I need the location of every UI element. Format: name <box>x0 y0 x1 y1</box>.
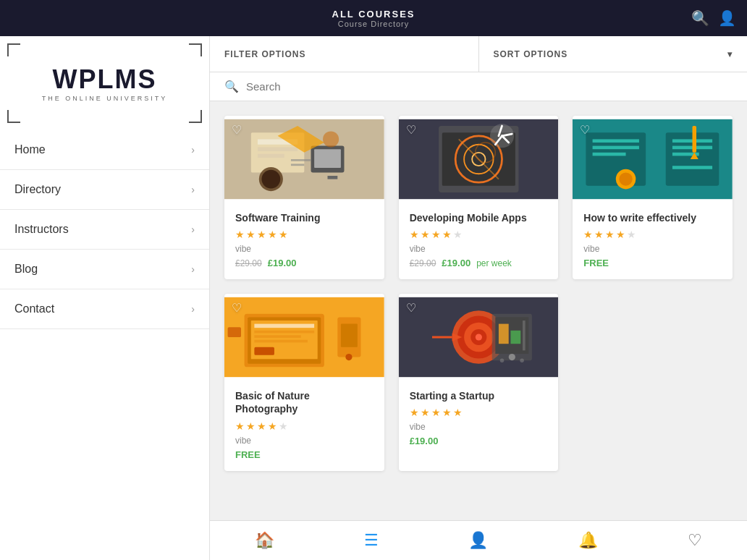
nav-arrow-icon: › <box>191 184 195 195</box>
nav-label: Instructors <box>14 223 69 236</box>
course-card[interactable]: ♡ How to write effectively ★★★★★ vibe FR… <box>573 116 733 279</box>
content-area: FILTER OPTIONS SORT OPTIONS ▾ 🔍 <box>210 36 747 560</box>
star-rating: ★★★★★ <box>410 229 548 240</box>
star-filled: ★ <box>431 229 441 240</box>
heart-icon[interactable]: ♡ <box>232 301 242 315</box>
nav-item-contact[interactable]: Contact› <box>0 289 209 329</box>
bottom-nav-bell[interactable]: 🔔 <box>578 531 598 550</box>
search-input[interactable] <box>246 80 733 93</box>
logo-area: WPLMS THE ONLINE UNIVERSITY <box>0 36 209 130</box>
svg-rect-48 <box>254 340 308 343</box>
course-author: vibe <box>583 244 722 254</box>
svg-rect-30 <box>593 146 639 150</box>
star-filled: ★ <box>442 407 452 418</box>
svg-rect-65 <box>499 324 509 344</box>
course-author: vibe <box>235 436 374 446</box>
course-card[interactable]: ♡ Basic of Nature Photography ★★★★★ vibe… <box>224 294 384 470</box>
svg-rect-49 <box>254 347 274 355</box>
search-icon: 🔍 <box>224 80 239 93</box>
star-filled: ★ <box>257 229 266 240</box>
heart-icon[interactable]: ♡ <box>406 301 416 315</box>
star-half: ★ <box>442 229 452 240</box>
svg-rect-45 <box>254 324 314 328</box>
nav-arrow-icon: › <box>191 263 195 275</box>
sort-options-button[interactable]: SORT OPTIONS ▾ <box>479 36 748 72</box>
star-rating: ★★★★★ <box>410 407 548 418</box>
course-title: Starting a Startup <box>410 389 548 402</box>
search-bar: 🔍 <box>210 72 747 101</box>
svg-point-69 <box>499 359 504 363</box>
price-row: £29.00£19.00per week <box>410 258 548 268</box>
star-filled: ★ <box>410 407 419 418</box>
star-filled: ★ <box>268 420 277 432</box>
course-card[interactable]: ♡ Software Training ★★★★★ vibe £29.00£19… <box>224 116 384 279</box>
header-title-group: ALL COURSES Course Directory <box>332 9 415 28</box>
course-info: Starting a Startup ★★★★★ vibe £19.00 <box>399 381 559 457</box>
svg-point-52 <box>345 354 352 360</box>
brand-tagline: THE ONLINE UNIVERSITY <box>42 95 168 102</box>
price-old: £29.00 <box>410 258 436 268</box>
svg-rect-51 <box>341 324 358 347</box>
nav-label: Home <box>14 143 46 156</box>
star-filled: ★ <box>410 229 419 240</box>
star-rating: ★★★★★ <box>583 229 722 240</box>
course-title: Basic of Nature Photography <box>235 389 374 415</box>
price-free: FREE <box>583 258 609 268</box>
course-card[interactable]: ♡ Developing Mobile Apps ★★★★★ vibe £29.… <box>399 116 559 279</box>
course-info: Basic of Nature Photography ★★★★★ vibe F… <box>224 381 384 470</box>
svg-rect-13 <box>291 164 304 166</box>
course-author: vibe <box>235 244 374 254</box>
nav-label: Blog <box>14 263 38 276</box>
brand-name: WPLMS <box>42 64 168 95</box>
bottom-nav-heart[interactable]: ♡ <box>688 531 702 550</box>
nav-item-blog[interactable]: Blog› <box>0 250 209 289</box>
price-free: FREE <box>235 449 261 460</box>
svg-point-11 <box>323 131 339 147</box>
svg-point-70 <box>520 359 524 363</box>
course-card[interactable]: ♡ Starting a Startup ★★★★★ vibe £19.00 <box>399 294 559 470</box>
svg-point-68 <box>508 354 515 360</box>
price-new: £19.00 <box>268 258 297 268</box>
course-grid: ♡ Software Training ★★★★★ vibe £29.00£19… <box>210 101 747 520</box>
star-empty: ★ <box>627 229 636 240</box>
course-thumbnail: ♡ <box>224 116 384 203</box>
price-row: £19.00 <box>410 436 548 446</box>
course-info: Software Training ★★★★★ vibe £29.00£19.0… <box>224 203 384 279</box>
heart-icon[interactable]: ♡ <box>232 123 242 137</box>
svg-point-38 <box>620 172 633 185</box>
star-filled: ★ <box>594 229 604 240</box>
star-filled: ★ <box>453 407 463 418</box>
filter-bar: FILTER OPTIONS SORT OPTIONS ▾ <box>210 36 747 72</box>
course-info: Developing Mobile Apps ★★★★★ vibe £29.00… <box>399 203 559 279</box>
bottom-nav-home[interactable]: 🏠 <box>255 531 274 550</box>
svg-rect-9 <box>328 176 338 179</box>
svg-point-60 <box>475 334 481 341</box>
nav-item-instructors[interactable]: Instructors› <box>0 210 209 250</box>
svg-rect-47 <box>254 335 300 338</box>
search-icon[interactable]: 🔍 <box>691 9 709 27</box>
filter-options-button[interactable]: FILTER OPTIONS <box>210 36 479 72</box>
price-suffix: per week <box>476 258 512 268</box>
sort-chevron-icon: ▾ <box>727 49 733 59</box>
nav-item-directory[interactable]: Directory› <box>0 170 209 210</box>
svg-point-6 <box>261 170 280 189</box>
star-filled: ★ <box>235 420 245 432</box>
heart-icon[interactable]: ♡ <box>406 123 416 137</box>
star-filled: ★ <box>431 407 441 418</box>
price-row: £29.00£19.00 <box>235 258 374 268</box>
star-filled: ★ <box>421 407 430 418</box>
nav-menu: Home›Directory›Instructors›Blog›Contact› <box>0 130 209 560</box>
corner-tl <box>7 43 20 56</box>
nav-item-home[interactable]: Home› <box>0 130 209 170</box>
star-filled: ★ <box>246 229 256 240</box>
corner-tr <box>189 43 202 56</box>
svg-rect-3 <box>258 147 297 151</box>
course-title: How to write effectively <box>583 211 722 224</box>
star-empty: ★ <box>453 229 463 240</box>
bottom-nav-profile[interactable]: 👤 <box>468 531 488 550</box>
nav-label: Directory <box>14 183 61 196</box>
user-icon[interactable]: 👤 <box>718 9 736 27</box>
header-subtitle: Course Directory <box>332 20 415 28</box>
heart-icon[interactable]: ♡ <box>580 123 590 137</box>
bottom-nav-menu[interactable]: ☰ <box>364 531 379 550</box>
